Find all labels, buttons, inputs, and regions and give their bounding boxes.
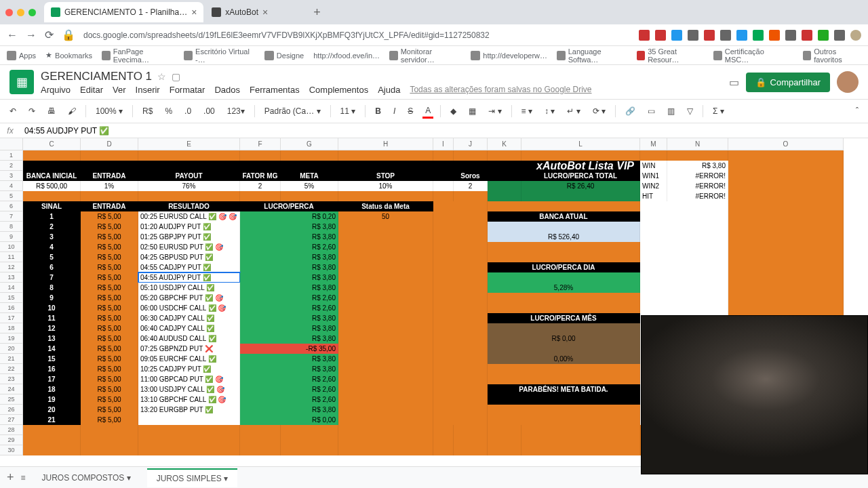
dec-decrease-icon[interactable]: .0	[182, 105, 194, 117]
menu-inserir[interactable]: Inserir	[136, 85, 160, 95]
paint-icon[interactable]: 🖌	[65, 105, 79, 117]
font-select[interactable]: Padrão (Ca… ▾	[262, 105, 323, 117]
star-icon[interactable]: ☆	[157, 71, 166, 82]
url-input[interactable]: docs.google.com/spreadsheets/d/19fLE6lE3…	[83, 30, 631, 40]
collapse-icon[interactable]: ˆ	[853, 105, 861, 117]
profile-icon[interactable]	[850, 30, 861, 41]
bookmark[interactable]: Certificação MSC…	[713, 47, 783, 64]
ext-icon[interactable]	[671, 30, 682, 41]
all-sheets-button[interactable]: ≡	[21, 473, 26, 483]
formula-input[interactable]: 04:55 AUDJPY PUT ✅	[20, 126, 109, 136]
italic-icon[interactable]: I	[391, 105, 398, 117]
ext-icon[interactable]	[639, 30, 650, 41]
menu-ajuda[interactable]: Ajuda	[378, 85, 400, 95]
fill-icon[interactable]: ◆	[448, 105, 459, 117]
bookmark[interactable]: Designe	[264, 51, 304, 60]
window-controls	[5, 9, 36, 16]
bm-icon	[184, 51, 193, 60]
ext-icon[interactable]	[688, 30, 698, 41]
reload-icon[interactable]: ⟳	[45, 28, 54, 41]
bm-icon	[713, 51, 722, 60]
link-icon[interactable]: 🔗	[623, 105, 638, 117]
bookmark[interactable]: Apps	[7, 51, 36, 60]
wrap-icon[interactable]: ↵ ▾	[564, 105, 583, 117]
doc-title[interactable]: GERENCIAMENTO 1	[41, 70, 152, 83]
menu-arquivo[interactable]: Arquivo	[41, 85, 71, 95]
bookmark[interactable]: ★ Bookmarks	[45, 51, 92, 60]
ext-icon[interactable]	[802, 30, 812, 41]
sheet-tab[interactable]: JUROS COMPOSTOS ▾	[33, 469, 140, 487]
sheet-tab-active[interactable]: JUROS SIMPLES ▾	[147, 468, 237, 487]
menu-dados[interactable]: Dados	[214, 85, 240, 95]
ext-icon[interactable]	[736, 30, 747, 41]
redo-icon[interactable]: ↷	[26, 105, 38, 117]
move-icon[interactable]: ▢	[172, 71, 180, 82]
share-button[interactable]: 🔒 Compartilhar	[746, 73, 830, 92]
format-more[interactable]: 123▾	[224, 105, 248, 117]
tab-close-icon[interactable]: ×	[191, 7, 197, 18]
functions-icon[interactable]: Σ ▾	[710, 105, 727, 117]
bold-icon[interactable]: B	[372, 105, 384, 117]
zoom-select[interactable]: 100% ▾	[93, 105, 125, 117]
ext-icon[interactable]	[818, 30, 829, 41]
apps-icon	[7, 51, 16, 60]
tab-title: xAutoBot	[225, 7, 258, 17]
bookmark[interactable]: Escritório Virtual -…	[184, 47, 254, 64]
valign-icon[interactable]: ↕ ▾	[542, 105, 557, 117]
comment-icon[interactable]: ▭	[729, 76, 739, 89]
merge-icon[interactable]: ⇥ ▾	[486, 105, 504, 117]
forward-icon[interactable]: →	[26, 29, 37, 41]
browser-tab-active[interactable]: GERENCIAMENTO 1 - Planilha… ×	[44, 2, 203, 22]
bookmark[interactable]: http://xfood.eve/in…	[313, 52, 380, 60]
textcolor-icon[interactable]: A	[422, 104, 433, 119]
print-icon[interactable]: 🖶	[45, 105, 58, 117]
borders-icon[interactable]: ▦	[466, 105, 479, 117]
menu-editar[interactable]: Editar	[80, 85, 103, 95]
menu-ver[interactable]: Ver	[113, 85, 126, 95]
menu-formatar[interactable]: Formatar	[170, 85, 205, 95]
bookmark-other[interactable]: Outros favoritos	[803, 47, 861, 64]
bookmark[interactable]: FanPage Evecima…	[102, 47, 174, 64]
bookmark[interactable]: 35 Great Resour…	[637, 47, 705, 64]
browser-tabbar: GERENCIAMENTO 1 - Planilha… × xAutoBot ×…	[0, 0, 868, 24]
bm-icon	[102, 51, 111, 60]
bm-icon	[389, 51, 398, 60]
currency-icon[interactable]: R$	[140, 105, 155, 117]
ext-icon[interactable]	[834, 30, 845, 41]
browser-tab[interactable]: xAutoBot ×	[205, 2, 307, 22]
strike-icon[interactable]: S	[405, 105, 416, 117]
filter-icon[interactable]: ▽	[684, 105, 696, 117]
ext-icon[interactable]	[655, 30, 666, 41]
sheets-logo-icon[interactable]: ▦	[9, 70, 34, 94]
fontsize-select[interactable]: 11 ▾	[338, 105, 359, 117]
back-icon[interactable]: ←	[7, 29, 18, 41]
minimize-window-icon[interactable]	[17, 9, 24, 16]
bookmark[interactable]: Monitorar servidor…	[389, 47, 461, 64]
fx-icon: fx	[0, 126, 20, 136]
close-window-icon[interactable]	[5, 9, 13, 16]
bookmark[interactable]: Language Softwa…	[557, 47, 627, 64]
bookmark[interactable]: http://developerw…	[471, 51, 547, 60]
ext-icon[interactable]	[704, 30, 715, 41]
ext-icon[interactable]	[753, 30, 764, 41]
ext-icon[interactable]	[769, 30, 780, 41]
toolbar: ↶ ↷ 🖶 🖌 100% ▾ R$ % .0 .00 123▾ Padrão (…	[0, 99, 868, 123]
menu-ferramentas[interactable]: Ferramentas	[250, 85, 300, 95]
comment-icon[interactable]: ▭	[645, 105, 658, 117]
save-status: Todas as alterações foram salvas no Goog…	[410, 85, 591, 95]
chart-icon[interactable]: ▥	[665, 105, 677, 117]
maximize-window-icon[interactable]	[28, 9, 36, 16]
formula-bar: fx 04:55 AUDJPY PUT ✅	[0, 123, 868, 138]
new-tab-button[interactable]: +	[308, 5, 326, 20]
ext-icon[interactable]	[785, 30, 796, 41]
add-sheet-button[interactable]: +	[7, 470, 14, 485]
percent-icon[interactable]: %	[162, 105, 175, 117]
menu-complementos[interactable]: Complementos	[309, 85, 368, 95]
tab-close-icon[interactable]: ×	[262, 7, 268, 18]
dec-increase-icon[interactable]: .00	[201, 105, 218, 117]
halign-icon[interactable]: ≡ ▾	[519, 105, 535, 117]
account-avatar[interactable]	[837, 71, 859, 93]
ext-icon[interactable]	[720, 30, 731, 41]
undo-icon[interactable]: ↶	[7, 105, 19, 117]
rotate-icon[interactable]: ⟳ ▾	[590, 105, 608, 117]
